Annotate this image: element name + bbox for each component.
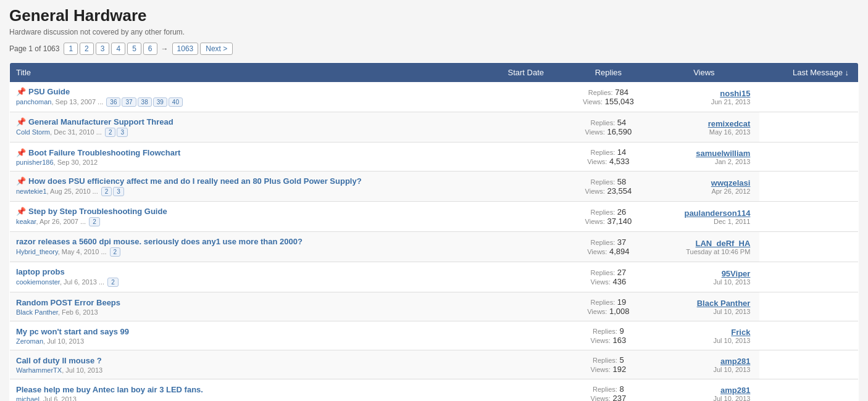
views-label: Views: — [585, 188, 605, 195]
last-msg-date: Jun 21, 2013 — [651, 98, 750, 105]
page-tag[interactable]: 3 — [113, 187, 124, 196]
thread-lastmsg-cell: wwqzelasi Apr 26, 2012 — [648, 172, 759, 202]
last-msg-date: Dec 1, 2011 — [651, 218, 750, 225]
thread-title-link[interactable]: laptop probs — [16, 267, 65, 276]
thread-author[interactable]: michael — [16, 395, 40, 402]
last-msg-user[interactable]: 95Viper — [651, 269, 750, 278]
thread-title-link[interactable]: razor releases a 5600 dpi mouse. serious… — [16, 237, 303, 246]
page-tag[interactable]: 39 — [153, 97, 167, 107]
thread-lastmsg-cell: noshi15 Jun 21, 2013 — [648, 82, 759, 112]
replies-value: 8 — [619, 384, 624, 394]
thread-author[interactable]: panchoman — [16, 98, 52, 105]
thread-title-link[interactable]: Boot Failure Troubleshooting Flowchart — [28, 148, 180, 157]
views-label: Views: — [591, 278, 611, 286]
page-2[interactable]: 2 — [80, 43, 94, 55]
page-tag[interactable]: 37 — [122, 97, 136, 107]
thread-title-link[interactable]: Call of duty II mouse ? — [16, 356, 102, 365]
last-msg-user[interactable]: paulanderson114 — [651, 209, 750, 218]
views-value: 237 — [612, 394, 626, 401]
page-3[interactable]: 3 — [96, 43, 110, 55]
thread-title-cell: 📌How does PSU efficiency affect me and d… — [10, 172, 502, 202]
thread-stats-cell: Replies: 26 Views: 37,140 — [568, 202, 648, 232]
table-row: Call of duty II mouse ? WarhammerTX, Jul… — [10, 350, 859, 379]
table-row: 📌How does PSU efficiency affect me and d… — [10, 172, 859, 202]
page-title: General Hardware — [9, 6, 859, 25]
page-tag[interactable]: 2 — [101, 187, 112, 196]
last-msg-user[interactable]: remixedcat — [651, 119, 750, 128]
page-tag[interactable]: 2 — [89, 217, 100, 226]
views-label: Views: — [591, 395, 611, 401]
replies-value: 5 — [619, 355, 624, 365]
page-tag[interactable]: 3 — [117, 128, 128, 137]
last-msg-user[interactable]: LAN_deRf_HA — [651, 239, 750, 248]
thread-startdate-cell — [502, 143, 569, 172]
views-label: Views: — [585, 218, 605, 225]
thread-author[interactable]: Black Panther — [16, 308, 58, 316]
thread-title-link[interactable]: General Manufacturer Support Thread — [28, 117, 173, 126]
page-tag[interactable]: 2 — [105, 128, 116, 137]
last-msg-user[interactable]: noshi15 — [651, 89, 750, 98]
page-tag[interactable]: 36 — [106, 97, 120, 107]
thread-title-link[interactable]: PSU Guide — [28, 87, 70, 96]
col-startdate-header: Start Date — [502, 63, 569, 83]
page-tag[interactable]: 40 — [169, 97, 183, 107]
thread-author[interactable]: newtekie1 — [16, 188, 47, 195]
last-msg-user[interactable]: Frick — [651, 328, 750, 337]
last-msg-user[interactable]: wwqzelasi — [651, 178, 750, 188]
page-tag[interactable]: 2 — [110, 247, 121, 257]
replies-container: Replies: 37 — [571, 238, 645, 247]
thread-title-link[interactable]: My pc won't start and says 99 — [16, 327, 129, 336]
page-tag[interactable]: 38 — [138, 97, 152, 107]
replies-value: 37 — [617, 238, 626, 247]
sticky-icon: 📌 — [16, 148, 26, 157]
thread-author[interactable]: keakar — [16, 218, 36, 225]
views-container: Views: 1,008 — [571, 307, 645, 316]
thread-meta: Black Panther, Feb 6, 2013 — [16, 308, 496, 316]
views-container: Views: 16,590 — [571, 127, 645, 136]
next-button[interactable]: Next > — [200, 43, 233, 55]
thread-title-link[interactable]: Step by Step Troubleshooting Guide — [28, 207, 167, 216]
last-msg-user[interactable]: amp281 — [651, 357, 750, 366]
page-1[interactable]: 1 — [64, 43, 78, 55]
thread-meta: Cold Storm, Dec 31, 2010 ... 23 — [16, 128, 496, 137]
views-label: Views: — [591, 337, 611, 344]
replies-label: Replies: — [593, 357, 617, 364]
last-msg-date: Apr 26, 2012 — [651, 188, 750, 195]
thread-title-link[interactable]: Random POST Error Beeps — [16, 298, 120, 307]
page-6[interactable]: 6 — [143, 43, 157, 55]
thread-author[interactable]: Zeroman — [16, 337, 43, 345]
forum-table: Title Start Date Replies Views Last Mess… — [9, 62, 859, 401]
views-value: 192 — [612, 365, 626, 374]
page-tag[interactable]: 2 — [107, 278, 119, 287]
thread-author[interactable]: Hybrid_theory — [16, 248, 58, 255]
thread-title-cell: razor releases a 5600 dpi mouse. serious… — [10, 232, 502, 262]
page-last[interactable]: 1063 — [172, 43, 199, 55]
thread-title-link[interactable]: Please help me buy Antec lan boy air 3 L… — [16, 385, 203, 394]
views-value: 23,554 — [607, 186, 632, 196]
page-5[interactable]: 5 — [127, 43, 141, 55]
views-container: Views: 37,140 — [571, 217, 645, 226]
table-row: laptop probs cookiemonster, Jul 6, 2013 … — [10, 262, 859, 292]
thread-lastmsg-cell: LAN_deRf_HA Tuesday at 10:46 PM — [648, 232, 759, 262]
thread-lastmsg-cell: amp281 Jul 10, 2013 — [648, 379, 759, 402]
thread-author[interactable]: cookiemonster — [16, 278, 60, 286]
thread-author[interactable]: WarhammerTX — [16, 366, 62, 374]
thread-author[interactable]: Cold Storm — [16, 128, 50, 136]
last-msg-user[interactable]: Black Panther — [651, 299, 750, 308]
table-row: 📌General Manufacturer Support Thread Col… — [10, 112, 859, 143]
thread-author[interactable]: punisher186 — [16, 159, 54, 166]
thread-meta: WarhammerTX, Jul 10, 2013 — [16, 366, 496, 374]
last-msg-user[interactable]: samuelwilliam — [651, 149, 750, 158]
views-container: Views: 155,043 — [571, 97, 645, 106]
thread-title-cell: My pc won't start and says 99 Zeroman, J… — [10, 321, 502, 350]
thread-meta: michael, Jul 6, 2013 — [16, 395, 496, 402]
last-msg-user[interactable]: amp281 — [651, 386, 750, 395]
views-value: 16,590 — [607, 127, 632, 136]
sticky-icon: 📌 — [16, 176, 26, 186]
page-4[interactable]: 4 — [111, 43, 125, 55]
replies-value: 784 — [615, 88, 628, 97]
col-replies-header: Replies — [568, 63, 648, 83]
views-value: 1,008 — [609, 307, 630, 316]
replies-value: 9 — [619, 326, 624, 336]
thread-title-link[interactable]: How does PSU efficiency affect me and do… — [28, 176, 362, 186]
